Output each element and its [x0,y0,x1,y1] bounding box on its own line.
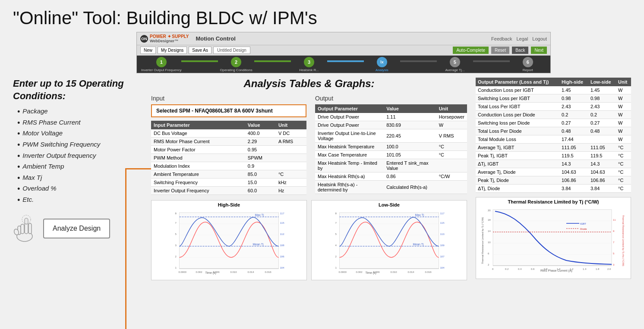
autocomplete-button[interactable]: Auto-Complete [453,47,489,54]
svg-text:Max Tj: Max Tj [415,213,424,217]
svg-text:11: 11 [613,219,616,221]
table-row: Ambient Temperature85.0°C [151,170,306,179]
table-row: Total Module Loss17.44W [476,135,631,144]
bullet-item: Overload % [17,184,138,195]
bullet-item: RMS Phase Current [17,118,138,129]
svg-text:0.0000: 0.0000 [339,271,347,273]
svg-text:2: 2 [175,255,177,258]
low-side-title: Low-Side [313,202,465,207]
table-row: Modulation Index0.9 [151,162,306,170]
svg-text:0.010: 0.010 [391,271,398,273]
svg-text:1.8: 1.8 [596,268,600,270]
main-content: Enter up to 15 Operating Conditions: Pac… [0,73,644,285]
table-row: Inverter Output Frequency60.0Hz [151,187,306,195]
svg-text:0.8: 0.8 [544,268,548,270]
low-side-svg: Max Tj Mean Tj Time (s) 0.0000 0.002 0.0… [313,209,465,278]
svg-text:0.014: 0.014 [408,271,415,273]
svg-text:0.016: 0.016 [425,271,432,273]
thermal-svg: Thermal Resistance Limited by Tj (°C/W) … [478,206,629,275]
table-row: Peak Tj, IGBT119.5119.5°C [476,152,631,160]
progress-step-5[interactable]: 5 Average Tj... [437,57,473,72]
progress-step-3[interactable]: 3 Heatsink R... [291,57,327,72]
table-row: ΔTj, IGBT14.314.3°C [476,160,631,168]
table-row: RMS Motor Phase Current2.29A RMS [151,138,306,146]
output-col-param: Output Parameter [315,104,384,113]
progress-step-4[interactable]: lx Analysis [364,57,400,72]
progress-step-1[interactable]: 1 Inverter Output Frequency [141,57,181,72]
right-col-unit: Unit [616,78,631,86]
svg-text:2.0: 2.0 [607,268,611,270]
progress-step-2[interactable]: 2 Operating Conditions [218,57,254,72]
table-row: Conduction Loss per Diode0.20.2W [476,111,631,119]
svg-text:104: 104 [280,266,285,269]
table-row: Heatsink Rth(s-a) - determined byCalcula… [315,181,467,194]
table-row: Switching Loss per IGBT0.980.98W [476,94,631,103]
svg-rect-70 [493,210,612,266]
svg-text:108: 108 [280,244,285,247]
analysis-section: Analysis Tables & Graphs: Input Selected… [147,78,471,280]
high-side-title: High-Side [153,202,305,207]
new-button[interactable]: New [140,47,156,54]
svg-text:5: 5 [175,233,177,235]
svg-text:3: 3 [613,263,615,266]
svg-text:14: 14 [488,230,491,232]
low-side-svg-container: Max Tj Mean Tj Time (s) 0.0000 0.002 0.0… [313,209,465,278]
svg-text:0.016: 0.016 [265,271,272,273]
low-side-chart: Low-Side Max Tj Mean Tj [311,200,467,280]
step-circle-6: 6 [523,57,533,67]
step-label-1: Inverter Output Frequency [141,68,181,72]
step-circle-1: 1 [156,57,167,67]
step-circle-5: 5 [450,57,460,67]
legal-link[interactable]: Legal [516,36,528,41]
svg-rect-3 [28,223,32,234]
analyze-design-button[interactable]: Analyze Design [43,219,110,238]
svg-text:7: 7 [175,222,177,224]
connector-5 [473,60,509,62]
thermal-chart-title: Thermal Resistance Limited by Tj (°C/W) [478,199,629,204]
svg-text:0.4: 0.4 [518,268,522,270]
svg-rect-6 [25,218,28,224]
table-row: Switching loss per Diode0.270.27W [476,119,631,127]
bullet-item: Ambient Temp [17,162,138,173]
left-panel-heading: Enter up to 15 Operating Conditions: [13,78,138,102]
svg-text:104: 104 [440,266,445,269]
save-as-button[interactable]: Save As [189,47,212,54]
step-circle-2: 2 [231,57,241,67]
charts-row: High-Side IGBT/MOSFET Loss (W) IGBT/MOSF… [151,200,467,280]
progress-step-6[interactable]: 6 Report [510,57,546,72]
browser-logo: ON POWER ✦ SUPPLY WebDesigner™ [140,34,189,43]
table-row: Max Heatsink Rth(s-a)0.86°C/W [315,172,467,181]
svg-text:2: 2 [335,255,337,258]
svg-text:Thermal Resistance Limited by : Thermal Resistance Limited by Tj rhs (°C… [622,215,625,266]
svg-text:Max Tj: Max Tj [255,213,264,217]
svg-text:0.002: 0.002 [196,271,203,273]
table-row: Switching Frequency15.0kHz [151,179,306,187]
table-row: PWM MethodSPWM [151,154,306,162]
svg-rect-39 [340,213,439,269]
input-col-value: Value [245,121,276,129]
svg-text:1.0: 1.0 [557,268,561,270]
svg-text:Mean Tj: Mean Tj [253,243,264,246]
svg-text:106: 106 [280,255,285,258]
my-designs-button[interactable]: My Designs [158,47,187,54]
feedback-link[interactable]: Feedback [491,36,512,41]
logout-link[interactable]: Logout [532,36,547,41]
svg-text:8: 8 [335,212,337,215]
motion-control-title: Motion Control [196,35,235,42]
input-col-unit: Unit [276,121,306,129]
reset-button[interactable]: Reset [491,47,509,54]
output-table: Output Parameter Value Unit Drive Output… [315,104,467,194]
back-button[interactable]: Back [512,47,528,54]
next-button[interactable]: Next [531,47,547,54]
input-col-param: Input Parameter [151,121,245,129]
design-name-label: Untitled Design [213,47,250,54]
hand-icon [13,215,37,243]
svg-text:IGBT: IGBT [580,222,586,225]
svg-text:7: 7 [335,222,337,224]
web-designer-text: WebDesigner™ [150,39,189,43]
right-table: Output Parameter (Loss and Tj) High-side… [476,78,631,193]
svg-text:0.002: 0.002 [356,271,363,273]
svg-text:0: 0 [492,268,494,270]
bullet-list: PackageRMS Phase CurrentMotor VoltagePWM… [13,107,138,206]
svg-text:18: 18 [488,219,491,221]
